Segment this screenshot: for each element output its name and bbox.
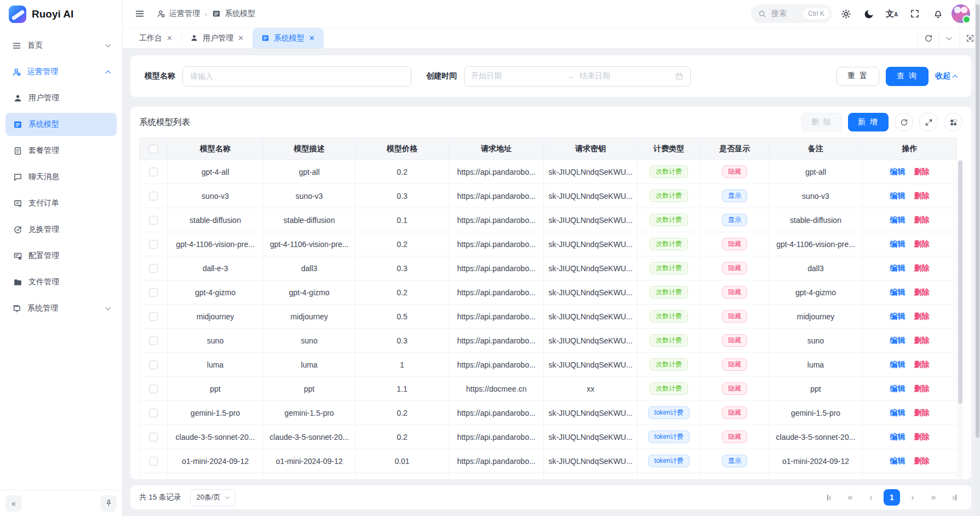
edit-link[interactable]: 编辑 [890, 215, 906, 224]
sidebar-item-chat-messages[interactable]: 聊天消息 [5, 165, 117, 188]
row-checkbox[interactable] [149, 168, 158, 176]
pin-sidebar-button[interactable] [100, 495, 117, 512]
tab-options-button[interactable] [938, 28, 959, 48]
close-icon[interactable]: ✕ [167, 35, 173, 42]
notifications-button[interactable] [929, 4, 947, 23]
page-scrollbar[interactable] [975, 0, 980, 516]
fullscreen-button[interactable] [906, 4, 924, 23]
page-size-select[interactable]: 20条/页 [190, 489, 236, 506]
jump-forward-button[interactable]: » [925, 489, 942, 506]
row-checkbox[interactable] [149, 457, 158, 466]
row-checkbox[interactable] [149, 264, 158, 273]
delete-link[interactable]: 删除 [914, 336, 930, 345]
jump-back-button[interactable]: « [842, 489, 858, 506]
model-name-input[interactable] [182, 66, 411, 87]
user-avatar[interactable] [952, 4, 970, 23]
tab-workbench[interactable]: 工作台 ✕ [130, 28, 181, 48]
delete-link[interactable]: 删除 [914, 456, 930, 465]
sidebar-item-users[interactable]: 用户管理 [5, 87, 117, 110]
table-scrollbar-thumb[interactable] [958, 160, 962, 404]
collapse-filters-link[interactable]: 收起 [935, 71, 957, 81]
edit-link[interactable]: 编辑 [890, 191, 906, 200]
billing-type-tag: 次数计费 [650, 334, 688, 347]
sidebar-item-packages[interactable]: 套餐管理 [5, 139, 117, 162]
page-content: 模型名称 创建时间 开始日期 → 结束日期 重 置 查 询 收起 [123, 49, 980, 516]
dark-mode-button[interactable] [859, 4, 878, 23]
row-checkbox[interactable] [149, 336, 158, 345]
create-time-range-picker[interactable]: 开始日期 → 结束日期 [464, 66, 691, 87]
last-page-button[interactable]: › [946, 489, 962, 506]
breadcrumb-current[interactable]: 系统模型 [212, 9, 255, 19]
delete-link[interactable]: 删除 [914, 432, 930, 441]
row-checkbox[interactable] [149, 385, 158, 393]
delete-link[interactable]: 删除 [914, 288, 930, 296]
query-button[interactable]: 查 询 [886, 67, 929, 86]
row-checkbox[interactable] [149, 433, 158, 442]
row-checkbox[interactable] [149, 409, 158, 417]
edit-link[interactable]: 编辑 [890, 360, 906, 369]
tab-bar: 工作台 ✕ 用户管理 ✕ 系统模型 ✕ [123, 27, 980, 49]
row-checkbox[interactable] [149, 240, 158, 249]
add-button[interactable]: 新 增 [848, 113, 889, 131]
delete-link[interactable]: 删除 [914, 360, 930, 369]
bulk-delete-button[interactable]: 删 除 [801, 113, 842, 131]
edit-link[interactable]: 编辑 [890, 263, 906, 272]
sidebar-item-home[interactable]: 首页 [5, 34, 117, 57]
sidebar-item-redeem[interactable]: 兑换管理 [5, 218, 117, 241]
column-settings-button[interactable] [944, 113, 962, 131]
edit-link[interactable]: 编辑 [890, 336, 906, 345]
select-all-checkbox[interactable] [149, 145, 158, 153]
edit-link[interactable]: 编辑 [890, 432, 906, 441]
brand-logo-icon [9, 5, 26, 23]
tab-system-models[interactable]: 系统模型 ✕ [253, 28, 324, 48]
first-page-button[interactable]: ‹ [821, 489, 838, 506]
expand-table-button[interactable] [919, 113, 938, 131]
close-icon[interactable]: ✕ [309, 35, 315, 42]
breadcrumb-parent[interactable]: 运营管理 [157, 9, 200, 19]
next-page-button[interactable]: › [904, 489, 921, 506]
hamburger-menu-button[interactable] [130, 4, 149, 23]
delete-link[interactable]: 删除 [914, 384, 930, 393]
sidebar-item-system-models[interactable]: 系统模型 [5, 113, 117, 136]
edit-link[interactable]: 编辑 [890, 239, 906, 248]
refresh-tab-button[interactable] [918, 28, 938, 48]
sidebar-item-system-admin[interactable]: 系统管理 [5, 297, 117, 320]
delete-link[interactable]: 删除 [914, 312, 930, 320]
filter-panel: 模型名称 创建时间 开始日期 → 结束日期 重 置 查 询 收起 [130, 55, 971, 97]
row-checkbox[interactable] [149, 192, 158, 200]
edit-link[interactable]: 编辑 [890, 408, 906, 417]
sidebar-item-files[interactable]: 文件管理 [5, 271, 117, 294]
delete-link[interactable]: 删除 [914, 191, 930, 200]
current-page-button[interactable]: 1 [884, 489, 900, 506]
edit-link[interactable]: 编辑 [890, 384, 906, 393]
delete-link[interactable]: 删除 [914, 263, 930, 272]
brand[interactable]: Ruoyi AI [0, 0, 122, 28]
reset-button[interactable]: 重 置 [836, 67, 879, 86]
settings-button[interactable] [836, 4, 855, 23]
page-scrollbar-thumb[interactable] [976, 4, 979, 438]
delete-link[interactable]: 删除 [914, 167, 930, 176]
sidebar-item-operations[interactable]: 运营管理 [5, 60, 117, 83]
refresh-table-button[interactable] [895, 113, 913, 131]
row-checkbox[interactable] [149, 216, 158, 225]
edit-link[interactable]: 编辑 [890, 312, 906, 320]
delete-link[interactable]: 删除 [914, 215, 930, 224]
edit-link[interactable]: 编辑 [890, 288, 906, 296]
delete-link[interactable]: 删除 [914, 408, 930, 417]
close-icon[interactable]: ✕ [238, 35, 244, 42]
sidebar-item-payment-orders[interactable]: 支付订单 [5, 192, 117, 215]
language-button[interactable]: 文A [882, 4, 901, 23]
delete-link[interactable]: 删除 [914, 239, 930, 248]
table-scrollbar[interactable] [958, 159, 962, 479]
previous-page-button[interactable]: ‹ [863, 489, 879, 506]
sidebar-item-config[interactable]: 配置管理 [5, 244, 117, 267]
global-search[interactable]: 搜索 Ctrl K [751, 4, 832, 23]
edit-link[interactable]: 编辑 [890, 456, 906, 465]
breadcrumb-label: 运营管理 [169, 9, 200, 19]
row-checkbox[interactable] [149, 360, 158, 369]
tab-user-management[interactable]: 用户管理 ✕ [181, 28, 253, 48]
collapse-sidebar-button[interactable]: « [5, 495, 22, 512]
edit-link[interactable]: 编辑 [890, 167, 906, 176]
row-checkbox[interactable] [149, 312, 158, 321]
row-checkbox[interactable] [149, 288, 158, 297]
